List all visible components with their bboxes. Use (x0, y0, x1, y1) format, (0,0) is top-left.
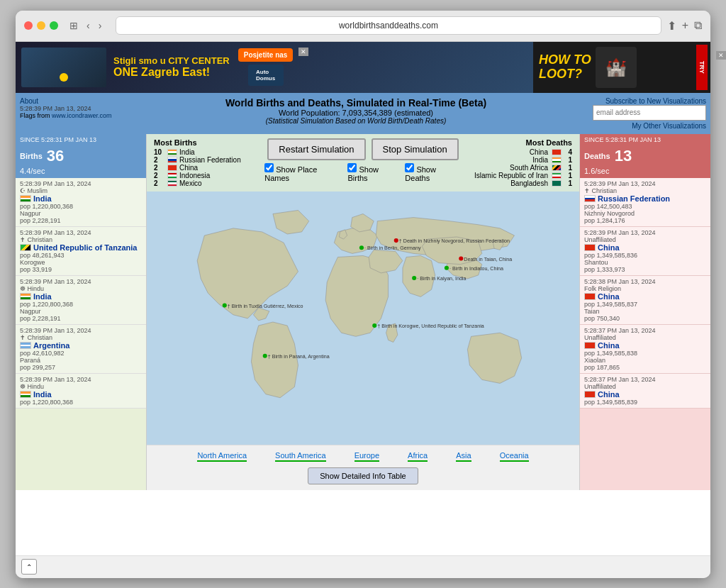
subscribe-link[interactable]: Subscribe to New Visualizations (605, 97, 706, 105)
births-since: SINCE 5:28:31 PM JAN 13 (16, 134, 146, 145)
browser-window: ⊞ ‹ › worldbirthsanddeaths.com ⬆ + ⧉ (16, 11, 710, 578)
svg-point-13 (372, 323, 376, 328)
north-america-link[interactable]: North America (197, 451, 247, 462)
show-births-label[interactable]: Show Births (347, 163, 399, 182)
url-bar[interactable]: worldbirthsanddeaths.com (116, 16, 661, 35)
d-event-city-3: Taian (584, 308, 706, 315)
show-place-names-cb[interactable] (264, 163, 274, 172)
about-link[interactable]: About (20, 97, 38, 105)
event-religion-5: ☸ Hindu (20, 383, 142, 390)
ad-close[interactable]: ✕ (298, 48, 308, 56)
flag-china-d3 (584, 342, 596, 349)
event-religion-3: ☸ Hindu (20, 285, 142, 292)
try-button[interactable]: TRY (696, 45, 708, 90)
svg-point-11 (223, 303, 227, 307)
births-label: Births (20, 152, 43, 160)
stop-button[interactable]: Stop Simulation (372, 138, 459, 160)
maximize-button[interactable] (50, 21, 58, 30)
most-death-4: Islamic Republic of Iran 1 (462, 172, 572, 179)
flag-tanzania (20, 244, 31, 251)
event-time-3: 5:28:39 PM Jan 13, 2024 (20, 278, 142, 285)
show-table-button[interactable]: Show Detailed Info Table (308, 467, 418, 484)
simulation-controls: Most Births 10 India 2 Russian Federatio… (147, 134, 579, 192)
world-map-svg: † Death in Nizhniy Novgorod, Russian Fed… (147, 192, 579, 445)
show-births-cb[interactable] (347, 163, 357, 172)
flag-china-d1 (584, 244, 596, 251)
flag-india-mb (167, 149, 177, 155)
deaths-label: Deaths (584, 152, 610, 160)
death-event-3: 5:28:38 PM Jan 13, 2024 Folk Religion Ch… (580, 276, 710, 325)
world-population: World Population: 7,093,354,389 (estimat… (133, 109, 579, 117)
death-event-5: 5:28:37 PM Jan 13, 2024 Unaffiliated Chi… (580, 374, 710, 409)
d-event-citypop-3: pop 750,340 (584, 315, 706, 322)
d-event-city-1: Nizhniy Novgorod (584, 210, 706, 217)
flag-bd-md (552, 180, 562, 187)
icondrawer-link[interactable]: www.icondrawer.com (52, 112, 112, 119)
flag-india-2 (20, 293, 31, 300)
ad-visit-button[interactable]: Posjetite nas (238, 48, 294, 62)
most-births-section: Most Births 10 India 2 Russian Federatio… (154, 138, 264, 187)
page-title: World Births and Deaths, Simulated in Re… (133, 97, 579, 109)
event-citypop-2: pop 33,919 (20, 266, 142, 273)
most-death-5: Bangladesh 1 (462, 179, 572, 187)
most-birth-3: 2 China (154, 164, 264, 172)
forward-button[interactable]: › (96, 18, 105, 33)
header-right: Subscribe to New Visualizations My Other… (579, 97, 706, 130)
svg-text:† Birth in Korogwe, United Rep: † Birth in Korogwe, United Republic of T… (377, 323, 484, 329)
flag-china-d2 (584, 293, 596, 300)
africa-link[interactable]: Africa (408, 451, 428, 462)
svg-point-9 (412, 275, 416, 279)
event-time-5: 5:28:39 PM Jan 13, 2024 (20, 376, 142, 383)
flag-india-md (552, 157, 562, 163)
d-event-time-2: 5:28:39 PM Jan 13, 2024 (584, 229, 706, 236)
flag-russia-mb (167, 157, 177, 163)
svg-point-5 (459, 256, 463, 260)
d-event-time-4: 5:28:37 PM Jan 13, 2024 (584, 327, 706, 334)
event-country-1: India (20, 194, 142, 203)
minimize-button[interactable] (37, 21, 45, 30)
back-button[interactable]: ‹ (84, 18, 93, 33)
header-time: 5:28:39 PM Jan 13, 2024 (20, 105, 133, 112)
scroll-to-top-button[interactable]: ⌃ (21, 559, 37, 575)
oceania-link[interactable]: Oceania (500, 451, 529, 462)
d-event-time-3: 5:28:38 PM Jan 13, 2024 (584, 278, 706, 285)
svg-point-1 (394, 238, 398, 243)
most-birth-4: 2 Indonesia (154, 172, 264, 179)
flag-china-mb (167, 165, 177, 171)
asia-link[interactable]: Asia (456, 451, 471, 462)
new-tab-icon[interactable]: + (682, 19, 688, 33)
d-event-citypop-4: pop 187,865 (584, 364, 706, 371)
share-icon[interactable]: ⬆ (667, 19, 676, 33)
sidebar-toggle[interactable]: ⊞ (67, 18, 81, 33)
d-event-country-5: China (584, 390, 706, 399)
most-death-3: South Africa 1 (462, 164, 572, 172)
europe-link[interactable]: Europe (354, 451, 379, 462)
how-to-loot-text: HOW TOLOOT? (536, 50, 594, 84)
south-america-link[interactable]: South America (275, 451, 326, 462)
most-birth-5: 2 Mexico (154, 179, 264, 187)
show-place-names-label[interactable]: Show Place Names (264, 163, 342, 182)
ad-right[interactable]: HOW TOLOOT? 🏰 TRY ✕ (533, 42, 710, 93)
show-deaths-cb[interactable] (405, 163, 414, 172)
main-header: About 5:28:39 PM Jan 13, 2024 Flags from… (16, 93, 710, 134)
event-city-1: Nagpur (20, 210, 142, 217)
duplicate-icon[interactable]: ⧉ (694, 19, 702, 33)
d-event-pop-4: pop 1,349,585,838 (584, 350, 706, 357)
svg-point-7 (445, 265, 449, 270)
d-event-time-5: 5:28:37 PM Jan 13, 2024 (584, 376, 706, 383)
email-input[interactable] (593, 105, 706, 121)
ad-left[interactable]: Stigli smo u CITY CENTER ONE Zagreb East… (16, 42, 533, 93)
event-religion-2: ✝ Christian (20, 236, 142, 243)
other-viz-link[interactable]: My Other Visualizations (632, 122, 706, 130)
restart-button[interactable]: Restart Simulation (267, 138, 365, 160)
close-button[interactable] (24, 21, 33, 30)
show-deaths-label[interactable]: Show Deaths (405, 163, 461, 182)
ad-right-content: HOW TOLOOT? 🏰 (536, 47, 696, 88)
svg-text:· Birth in Berlin, Germany: · Birth in Berlin, Germany (364, 245, 421, 251)
death-event-1: 5:28:39 PM Jan 13, 2024 ✝ Christian Russ… (580, 178, 710, 227)
deaths-rate: 1.6/sec (580, 167, 710, 178)
svg-text:· Birth in Kalyan, India: · Birth in Kalyan, India (417, 276, 466, 282)
event-time-2: 5:28:39 PM Jan 13, 2024 (20, 229, 142, 236)
death-event-4: 5:28:37 PM Jan 13, 2024 Unaffiliated Chi… (580, 325, 710, 374)
d-event-citypop-1: pop 1,284,176 (584, 217, 706, 224)
